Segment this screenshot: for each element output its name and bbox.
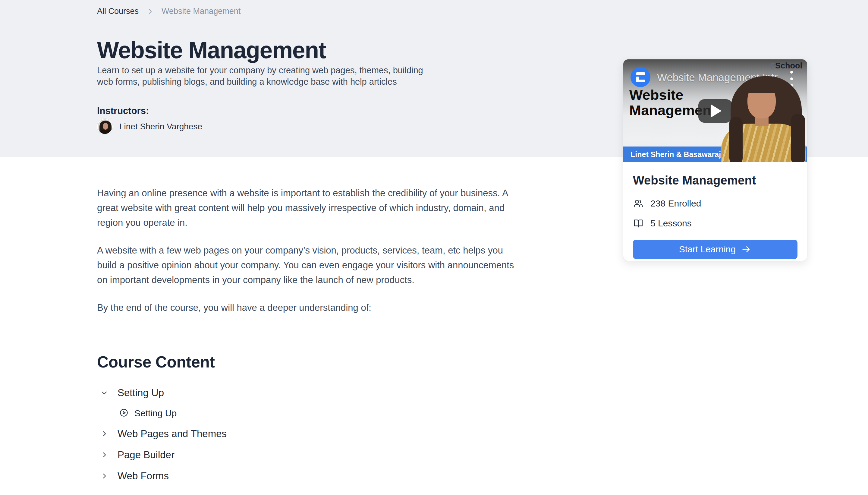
start-learning-button[interactable]: Start Learning — [633, 240, 797, 259]
instructor-name: Linet Sherin Varghese — [119, 122, 202, 132]
start-learning-label: Start Learning — [679, 244, 736, 254]
course-description: Learn to set up a website for your compa… — [97, 65, 433, 87]
about-paragraph: By the end of the course, you will have … — [97, 300, 522, 315]
enrolled-row: 238 Enrolled — [633, 198, 797, 209]
chevron-right-icon — [100, 472, 108, 480]
section-row-page-builder[interactable]: Page Builder — [97, 444, 549, 465]
about-paragraph: Having an online presence with a website… — [97, 186, 522, 230]
course-content-accordion: Setting Up Setting Up Web Pages and Them… — [97, 382, 549, 487]
lesson-row-setting-up[interactable]: Setting Up — [97, 403, 549, 423]
section-title: Web Pages and Themes — [118, 428, 227, 440]
book-icon — [633, 218, 644, 229]
about-paragraph: A website with a few web pages on your c… — [97, 243, 522, 287]
breadcrumb-chevron-icon — [146, 8, 154, 15]
chevron-right-icon — [100, 430, 108, 438]
chevron-right-icon — [100, 451, 108, 459]
lessons-count: 5 Lessons — [650, 218, 692, 228]
instructors-label: Instructors: — [97, 105, 149, 116]
instructor-row: Linet Sherin Varghese — [97, 119, 202, 134]
section-title: Setting Up — [118, 387, 164, 398]
enrolled-count: 238 Enrolled — [650, 198, 701, 209]
breadcrumb-all-courses-link[interactable]: All Courses — [97, 7, 139, 16]
section-row-web-forms[interactable]: Web Forms — [97, 465, 549, 487]
presenter-photo — [717, 59, 807, 162]
arrow-right-icon — [741, 244, 751, 254]
channel-logo-icon — [630, 67, 650, 87]
play-circle-icon — [119, 408, 128, 419]
course-card: Website Management Intr... FSchool Websi… — [623, 59, 807, 261]
section-row-setting-up[interactable]: Setting Up — [97, 382, 549, 403]
lesson-title: Setting Up — [135, 408, 177, 419]
course-card-title: Website Management — [633, 174, 797, 187]
breadcrumb: All Courses Website Management — [97, 7, 241, 16]
section-title: Page Builder — [118, 449, 174, 461]
course-content-heading: Course Content — [97, 353, 215, 371]
section-title: Web Forms — [118, 470, 169, 482]
users-icon — [633, 198, 644, 209]
section-row-web-pages-themes[interactable]: Web Pages and Themes — [97, 423, 549, 444]
lessons-row: 5 Lessons — [633, 218, 797, 229]
course-card-info: Website Management 238 Enrolled 5 Lesson… — [623, 162, 807, 259]
video-thumbnail[interactable]: Website Management Intr... FSchool Websi… — [623, 59, 807, 162]
breadcrumb-current: Website Management — [161, 7, 241, 16]
page-title: Website Management — [97, 37, 326, 64]
instructor-avatar — [97, 119, 113, 134]
about-section: Having an online presence with a website… — [97, 186, 522, 328]
chevron-down-icon — [100, 389, 108, 397]
